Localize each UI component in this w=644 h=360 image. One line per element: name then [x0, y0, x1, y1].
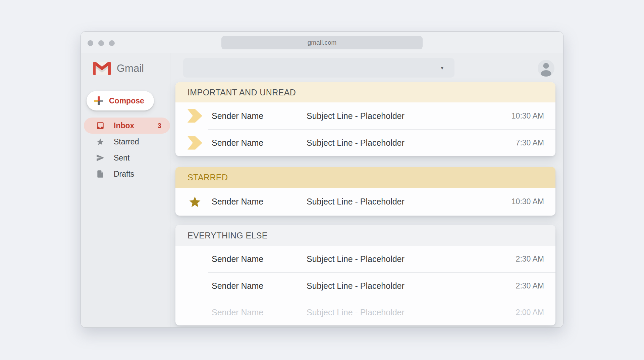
section-header: EVERYTHING ELSE	[175, 225, 555, 246]
star-icon[interactable]	[187, 195, 202, 209]
compose-label: Compose	[109, 96, 144, 105]
sidebar-item-starred[interactable]: Starred	[81, 134, 170, 150]
email-time: 10:30 AM	[512, 197, 544, 206]
star-icon	[96, 137, 105, 146]
email-time: 7:30 AM	[516, 138, 544, 147]
sidebar-item-inbox[interactable]: Inbox 3	[84, 118, 170, 134]
window-controls	[88, 40, 115, 46]
window-control-dot[interactable]	[98, 40, 104, 46]
compose-button[interactable]: Compose	[87, 91, 154, 110]
email-time: 10:30 AM	[512, 111, 544, 121]
email-sender: Sender Name	[212, 254, 307, 264]
draft-icon	[96, 170, 105, 178]
section-title: IMPORTANT AND UNREAD	[187, 88, 296, 97]
email-row[interactable]: Sender Name Subject Line - Placeholder 1…	[175, 188, 555, 216]
sidebar-item-sent[interactable]: Sent	[81, 150, 170, 166]
user-avatar[interactable]	[538, 60, 554, 77]
email-sender: Sender Name	[212, 281, 307, 291]
sidebar-nav: Inbox 3 Starred Sent Drafts	[81, 118, 170, 182]
sidebar-item-label: Starred	[114, 137, 139, 146]
email-row[interactable]: Sender Name Subject Line - Placeholder 2…	[175, 246, 555, 272]
chevron-down-icon[interactable]: ▼	[440, 65, 444, 71]
email-time: 2:00 AM	[516, 308, 544, 317]
marker-spacer	[187, 279, 202, 293]
section-important-and-unread: IMPORTANT AND UNREAD Sender Name Subject…	[175, 82, 555, 156]
importance-marker-icon[interactable]	[187, 109, 202, 123]
gmail-envelope-icon	[93, 62, 111, 75]
url-text: gmail.com	[308, 39, 337, 46]
gmail-wordmark: Gmail	[117, 62, 144, 75]
email-subject: Subject Line - Placeholder	[307, 281, 516, 291]
person-icon	[538, 60, 554, 77]
section-header: IMPORTANT AND UNREAD	[175, 82, 555, 102]
section-title: STARRED	[187, 173, 228, 182]
email-sender: Sender Name	[212, 308, 307, 317]
email-row[interactable]: Sender Name Subject Line - Placeholder 2…	[175, 299, 555, 325]
section-title: EVERYTHING ELSE	[187, 231, 268, 240]
email-sender: Sender Name	[212, 111, 307, 121]
email-subject: Subject Line - Placeholder	[307, 111, 512, 121]
marker-spacer	[187, 305, 202, 319]
email-sender: Sender Name	[212, 197, 307, 207]
window-control-dot[interactable]	[109, 40, 115, 46]
email-subject: Subject Line - Placeholder	[307, 254, 516, 264]
email-row[interactable]: Sender Name Subject Line - Placeholder 1…	[175, 102, 555, 129]
gmail-logo: Gmail	[93, 62, 144, 75]
importance-marker-icon[interactable]	[187, 136, 202, 150]
section-header: STARRED	[175, 167, 555, 188]
browser-window: gmail.com Gmail ▼ Compose	[80, 31, 564, 328]
email-subject: Subject Line - Placeholder	[307, 197, 512, 207]
email-subject: Subject Line - Placeholder	[307, 138, 516, 148]
url-bar[interactable]: gmail.com	[221, 36, 423, 49]
unread-count-badge: 3	[158, 122, 170, 130]
section-starred: STARRED Sender Name Subject Line - Place…	[175, 167, 555, 216]
sidebar-item-drafts[interactable]: Drafts	[81, 166, 170, 182]
browser-titlebar: gmail.com	[81, 32, 563, 53]
sidebar-item-label: Sent	[114, 153, 129, 163]
section-everything-else: EVERYTHING ELSE Sender Name Subject Line…	[175, 225, 555, 325]
send-icon	[96, 153, 105, 162]
inbox-icon	[96, 121, 105, 130]
multicolor-plus-icon	[94, 96, 104, 106]
email-sender: Sender Name	[212, 138, 307, 148]
search-input[interactable]: ▼	[183, 58, 454, 78]
marker-spacer	[187, 252, 202, 266]
email-row[interactable]: Sender Name Subject Line - Placeholder 7…	[175, 130, 555, 156]
email-subject: Subject Line - Placeholder	[307, 308, 516, 317]
email-row[interactable]: Sender Name Subject Line - Placeholder 2…	[175, 273, 555, 299]
sidebar-item-label: Inbox	[114, 121, 134, 130]
email-time: 2:30 AM	[516, 281, 544, 290]
sidebar-divider	[170, 53, 170, 327]
window-control-dot[interactable]	[88, 40, 93, 46]
sidebar-item-label: Drafts	[114, 170, 134, 179]
email-time: 2:30 AM	[516, 255, 544, 264]
